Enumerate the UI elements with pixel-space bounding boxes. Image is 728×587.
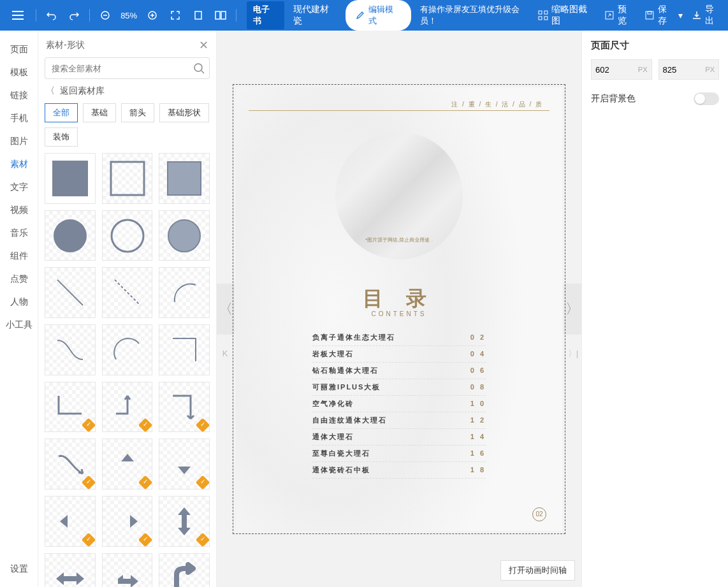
shape-item-19[interactable] <box>102 496 153 547</box>
zoom-out-icon[interactable] <box>95 5 115 25</box>
filter-tab-4[interactable]: 装饰 <box>45 127 78 147</box>
nav-item-4[interactable]: 图片 <box>0 130 38 153</box>
shape-item-3[interactable] <box>45 210 96 261</box>
svg-point-17 <box>112 220 143 252</box>
shape-item-23[interactable] <box>159 553 210 587</box>
search-container <box>45 57 210 79</box>
nav-item-11[interactable]: 人物 <box>0 291 38 314</box>
nav-item-10[interactable]: 点赞 <box>0 268 38 291</box>
shape-item-20[interactable] <box>159 496 210 547</box>
shape-item-1[interactable] <box>102 153 153 204</box>
prev-page-button[interactable]: 〈 <box>217 284 235 335</box>
title-main: 目 录 <box>363 285 436 313</box>
first-page-icon[interactable]: K <box>219 348 231 359</box>
top-toolbar: 85% 电子书 现代建材瓷 编辑模式 有操作录屏友互填优升级会员！ 缩略图截图 … <box>0 0 728 31</box>
page-wrapper: 注 / 重 / 生 / 活 / 品 / 质 *图片源于网络,禁止商业用途 . 目… <box>233 84 565 534</box>
shape-item-6[interactable] <box>45 267 96 318</box>
shape-item-9[interactable] <box>45 324 96 375</box>
shape-item-8[interactable] <box>159 267 210 318</box>
upgrade-banner: 有操作录屏友互填优升级会员！ <box>420 4 535 27</box>
svg-point-16 <box>54 219 87 252</box>
shape-item-11[interactable] <box>159 324 210 375</box>
edit-mode-label: 编辑模式 <box>368 4 402 27</box>
svg-rect-3 <box>215 11 220 19</box>
nav-item-12[interactable]: 小工具 <box>0 314 38 337</box>
nav-settings[interactable]: 设置 <box>0 558 38 581</box>
filter-tab-1[interactable]: 基础 <box>83 103 116 122</box>
shape-item-12[interactable] <box>45 382 96 433</box>
nav-item-2[interactable]: 链接 <box>0 84 38 107</box>
shape-item-15[interactable] <box>45 438 96 489</box>
shapes-grid-scroll[interactable] <box>38 153 216 587</box>
canvas-area: 〈 〉 K 〉| 注 / 重 / 生 / 活 / 品 / 质 *图片源于网络,禁… <box>217 31 581 587</box>
close-icon[interactable]: ✕ <box>199 38 208 52</box>
toc-row-2: 钻石釉通体大理石0 6 <box>312 363 486 379</box>
save-button[interactable]: 保存 ▾ <box>644 4 683 27</box>
preview-button[interactable]: 预览 <box>604 4 636 27</box>
page-selection-border[interactable]: 注 / 重 / 生 / 活 / 品 / 质 *图片源于网络,禁止商业用途 . 目… <box>233 84 565 534</box>
nav-item-5[interactable]: 素材 <box>0 153 38 176</box>
shape-item-18[interactable] <box>45 496 96 547</box>
search-input[interactable] <box>45 57 210 79</box>
back-link[interactable]: 〈 返回素材库 <box>38 85 216 103</box>
filter-tab-3[interactable]: 基础形状 <box>159 103 209 122</box>
nav-item-7[interactable]: 视频 <box>0 199 38 222</box>
fit-screen-icon[interactable] <box>165 5 186 25</box>
redo-icon[interactable] <box>64 5 85 25</box>
shape-item-0[interactable] <box>45 153 96 204</box>
size-row: PX PX <box>591 59 719 80</box>
last-page-icon[interactable]: 〉| <box>567 348 579 359</box>
shape-item-10[interactable] <box>102 324 153 375</box>
toc-row-3: 可丽雅IPLUS大板0 8 <box>312 379 486 396</box>
shape-item-21[interactable] <box>45 553 96 587</box>
thumbnail-button[interactable]: 缩略图截图 <box>538 4 595 27</box>
double-page-icon[interactable] <box>211 5 231 25</box>
nav-item-0[interactable]: 页面 <box>0 38 38 61</box>
shapes-grid <box>45 153 210 587</box>
toc-row-8: 通体瓷砖石中板1 8 <box>312 462 486 479</box>
nav-item-3[interactable]: 手机 <box>0 107 38 130</box>
export-icon <box>692 10 702 20</box>
separator <box>89 9 90 22</box>
nav-item-1[interactable]: 模板 <box>0 61 38 84</box>
shape-item-22[interactable] <box>102 553 153 587</box>
filter-tab-2[interactable]: 箭头 <box>121 103 154 122</box>
filter-tab-0[interactable]: 全部 <box>45 103 78 122</box>
single-page-icon[interactable] <box>188 5 208 25</box>
edit-mode-toggle[interactable]: 编辑模式 <box>346 0 412 31</box>
shape-item-13[interactable] <box>102 382 153 433</box>
filter-tabs: 全部基础箭头基础形状装饰 <box>38 103 216 153</box>
zoom-in-icon[interactable] <box>142 5 163 25</box>
nav-item-6[interactable]: 文字 <box>0 176 38 199</box>
page-canvas[interactable]: 注 / 重 / 生 / 活 / 品 / 质 *图片源于网络,禁止商业用途 . 目… <box>236 87 562 531</box>
toc-page-num: 1 8 <box>470 466 486 474</box>
shape-item-14[interactable] <box>159 382 210 433</box>
undo-icon[interactable] <box>41 5 62 25</box>
next-page-button[interactable]: 〉 <box>564 284 581 335</box>
toc-row-7: 至尊白瓷大理石1 6 <box>312 446 486 462</box>
bg-toggle[interactable] <box>694 92 719 105</box>
nav-item-9[interactable]: 组件 <box>0 245 38 268</box>
marble-image-circle: *图片源于网络,禁止商业用途 . <box>335 132 463 259</box>
toc-page-num: 0 8 <box>470 383 486 391</box>
svg-rect-7 <box>539 17 542 20</box>
shape-item-17[interactable] <box>159 438 210 489</box>
toc-label: 至尊白瓷大理石 <box>312 449 370 458</box>
shape-item-7[interactable] <box>102 267 153 318</box>
material-panel: 素材-形状 ✕ 〈 返回素材库 全部基础箭头基础形状装饰 <box>38 31 217 587</box>
toc-label: 钻石釉通体大理石 <box>312 366 379 375</box>
menu-icon[interactable] <box>5 3 31 28</box>
doc-title: 现代建材瓷 <box>293 4 338 27</box>
open-timeline-button[interactable]: 打开动画时间轴 <box>500 560 575 581</box>
shape-item-4[interactable] <box>102 210 153 261</box>
shape-item-16[interactable] <box>102 438 153 489</box>
height-field: PX <box>659 59 720 80</box>
nav-item-8[interactable]: 音乐 <box>0 222 38 245</box>
export-button[interactable]: 导出 <box>692 4 723 27</box>
shape-item-5[interactable] <box>159 210 210 261</box>
shape-item-2[interactable] <box>159 153 210 204</box>
bg-toggle-label: 开启背景色 <box>591 93 636 105</box>
panel-title: 素材-形状 <box>46 40 199 51</box>
width-field: PX <box>591 59 652 80</box>
search-icon[interactable] <box>193 62 205 74</box>
